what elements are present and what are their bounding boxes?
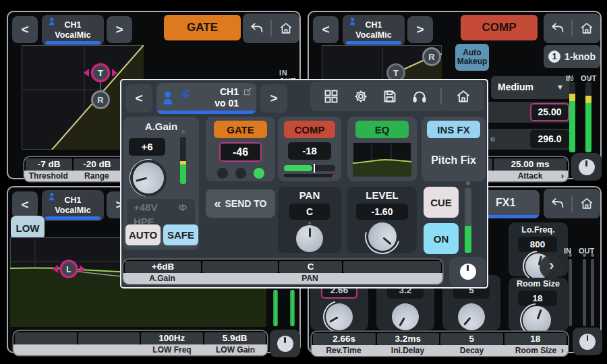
eq-block: EQ bbox=[347, 117, 417, 181]
revtime-knob[interactable] bbox=[321, 299, 358, 336]
channel-tab[interactable]: CH1 VocalMic bbox=[42, 15, 104, 46]
eq-touch-strip[interactable]: 100Hz 5.9dB LOW Freq LOW Gain bbox=[13, 331, 267, 355]
on-button[interactable]: ON bbox=[424, 223, 459, 254]
pan-block: PAN C bbox=[278, 187, 341, 253]
touch-knob-button[interactable] bbox=[573, 328, 602, 355]
touch-label bbox=[201, 274, 278, 284]
comp-type-dropdown[interactable]: Medium ▼ bbox=[491, 76, 571, 99]
touch-cell[interactable]: 3.2ms bbox=[377, 333, 440, 345]
phase-icon[interactable]: Φ bbox=[179, 202, 187, 213]
touch-knob-button[interactable] bbox=[571, 153, 602, 181]
clip-led bbox=[569, 253, 572, 257]
home-icon[interactable] bbox=[455, 88, 471, 104]
auto-makeup-button[interactable]: AutoMakeup bbox=[455, 44, 489, 71]
out-meter bbox=[290, 290, 295, 326]
next-page-button[interactable]: › bbox=[540, 255, 564, 279]
popup-prev-channel-button[interactable]: < bbox=[125, 84, 152, 113]
touch-label: Room Size› bbox=[504, 346, 568, 356]
gate-range-handle[interactable]: R bbox=[92, 92, 109, 109]
touch-cell[interactable]: C bbox=[279, 261, 342, 273]
prev-channel-button[interactable]: < bbox=[313, 16, 339, 43]
comp-threshold-value[interactable]: 25.00 bbox=[530, 103, 569, 121]
monitor-headphones-icon[interactable] bbox=[411, 88, 428, 104]
touch-cell[interactable]: 2.66s bbox=[313, 333, 376, 345]
undo-icon[interactable] bbox=[550, 21, 565, 36]
comp-release-value[interactable]: 296.0 bbox=[530, 130, 569, 148]
insfx-name[interactable]: Pitch Fix bbox=[422, 154, 486, 166]
cue-button[interactable]: CUE bbox=[424, 187, 459, 218]
popup-touch-strip[interactable]: +6dB C A.Gain PAN bbox=[123, 260, 442, 284]
low-band-button[interactable]: LOW bbox=[11, 216, 45, 240]
prev-channel-button[interactable]: < bbox=[12, 16, 38, 43]
gate-on-button[interactable]: GATE bbox=[214, 121, 267, 138]
settings-gear-icon[interactable] bbox=[353, 88, 369, 104]
eq-on-button[interactable]: EQ bbox=[355, 121, 409, 138]
home-icon[interactable] bbox=[579, 21, 594, 36]
mixer-screen: < CH1 VocalMic > GATE T R IN OUT -7 dB bbox=[0, 0, 607, 364]
next-channel-button[interactable]: > bbox=[107, 16, 132, 43]
channel-meter bbox=[465, 188, 471, 253]
safe-button[interactable]: SAFE bbox=[163, 224, 198, 245]
in-meter bbox=[273, 290, 278, 326]
comp-title-button[interactable]: COMP bbox=[461, 15, 538, 40]
decay-knob[interactable] bbox=[453, 298, 490, 336]
channel-tab[interactable]: CH1 VocalMic bbox=[42, 190, 104, 221]
popup-next-channel-button[interactable]: > bbox=[260, 84, 287, 113]
channel-overview-popup: < CH1 vo 01 > A.Gain +6 +48V Φ HPF AUTO … bbox=[120, 79, 488, 289]
prev-channel-button[interactable]: < bbox=[12, 191, 38, 218]
comp-threshold-value[interactable]: -18 bbox=[288, 142, 331, 160]
touch-knob-button[interactable] bbox=[270, 330, 300, 357]
touch-cell[interactable]: 18 bbox=[504, 333, 567, 345]
touch-cell[interactable] bbox=[343, 261, 441, 273]
again-value[interactable]: +6 bbox=[129, 138, 165, 156]
channel-tab[interactable]: CH1 VocalMic bbox=[343, 15, 405, 46]
touch-cell[interactable] bbox=[78, 332, 140, 344]
one-knob-button[interactable]: 1 1-knob bbox=[544, 45, 600, 68]
touch-cell[interactable]: 5.9dB bbox=[204, 332, 266, 344]
touch-cell[interactable]: -20 dB bbox=[74, 158, 120, 171]
level-knob[interactable] bbox=[362, 216, 402, 256]
fx-touch-strip[interactable]: 2.66s 3.2ms 5 18 Rev.Time Ini.Delay Deca… bbox=[312, 332, 568, 356]
touch-cell[interactable]: -7 dB bbox=[26, 158, 72, 171]
pan-value[interactable]: C bbox=[289, 204, 330, 220]
label-fragment: e bbox=[490, 133, 495, 144]
touch-cell[interactable] bbox=[202, 261, 278, 273]
touch-cell[interactable]: +6dB bbox=[125, 261, 201, 273]
touch-cell[interactable]: 100Hz bbox=[141, 332, 203, 344]
touch-label: Ini.Delay bbox=[376, 346, 440, 356]
eq-thumbnail[interactable] bbox=[353, 142, 411, 177]
popup-channel-plate[interactable]: CH1 vo 01 bbox=[156, 83, 256, 114]
auto-gain-button[interactable]: AUTO bbox=[125, 224, 161, 245]
pan-knob[interactable] bbox=[296, 225, 323, 252]
touch-label: LOW Gain bbox=[204, 345, 267, 355]
undo-icon[interactable] bbox=[550, 196, 565, 211]
undo-icon[interactable] bbox=[250, 21, 264, 36]
inidelay-knob[interactable] bbox=[387, 299, 424, 336]
comp-out-bar bbox=[284, 174, 335, 177]
touch-cell[interactable] bbox=[15, 332, 77, 344]
level-value[interactable]: -1.60 bbox=[356, 204, 408, 220]
touch-cell[interactable]: 5 bbox=[440, 333, 503, 345]
comp-ratio-handle[interactable]: R bbox=[424, 49, 440, 65]
gate-title-button[interactable]: GATE bbox=[164, 15, 241, 40]
clip-led bbox=[583, 253, 586, 257]
touch-label: Decay bbox=[440, 346, 504, 356]
touch-knob-button[interactable] bbox=[449, 257, 486, 286]
overview-grid-icon[interactable] bbox=[323, 88, 339, 104]
popup-channel-name: vo 01 bbox=[214, 98, 239, 109]
comp-on-button[interactable]: COMP bbox=[284, 121, 335, 138]
touch-label bbox=[77, 345, 140, 355]
gate-threshold-value[interactable]: -46 bbox=[219, 142, 262, 162]
knob-icon bbox=[579, 159, 595, 175]
home-icon[interactable] bbox=[279, 21, 293, 36]
save-icon[interactable] bbox=[382, 88, 398, 104]
insfx-on-button[interactable]: INS FX bbox=[427, 121, 480, 138]
touch-cell[interactable]: 25.00 ms bbox=[494, 158, 567, 171]
clip-led bbox=[587, 77, 590, 80]
next-channel-button[interactable]: > bbox=[407, 16, 433, 43]
edit-icon[interactable] bbox=[243, 87, 252, 96]
out-meter bbox=[585, 82, 591, 152]
home-icon[interactable] bbox=[579, 196, 594, 211]
send-to-button[interactable]: « SEND TO bbox=[206, 189, 275, 218]
phantom-label[interactable]: +48V bbox=[134, 202, 157, 213]
